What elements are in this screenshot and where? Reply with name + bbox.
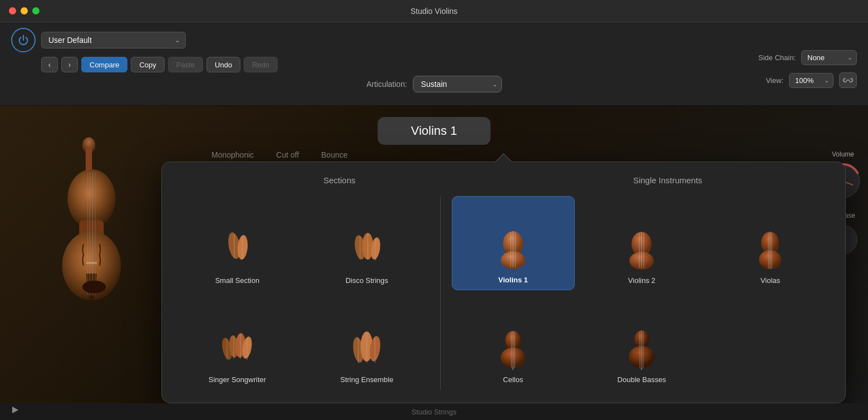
play-button[interactable] bbox=[11, 406, 22, 417]
view-area: View: 100% ⌄ bbox=[766, 72, 857, 88]
section-disco-strings[interactable]: Disco Strings bbox=[305, 196, 429, 290]
singer-songwriter-icon bbox=[215, 325, 259, 370]
string-ensemble-label: String Ensemble bbox=[341, 375, 393, 384]
preset-dropdown[interactable]: User Default bbox=[41, 32, 186, 48]
title-bar: Studio Violins bbox=[0, 0, 868, 22]
window-title: Studio Violins bbox=[411, 7, 458, 16]
tabs-area: Monophonic Cut off Bounce bbox=[167, 150, 868, 162]
cellos-label: Cellos bbox=[503, 375, 523, 384]
link-button[interactable] bbox=[839, 72, 857, 88]
violins2-icon bbox=[619, 226, 664, 271]
main-area: Violins 1 Monophonic Cut off Bounce Volu… bbox=[0, 106, 868, 420]
articulation-select[interactable]: Sustain bbox=[413, 76, 502, 92]
string-ensemble-icon bbox=[344, 325, 389, 370]
preset-wrapper[interactable]: User Default ⌄ bbox=[41, 32, 186, 48]
svg-point-10 bbox=[82, 281, 106, 294]
popup-header: Sections Single Instruments bbox=[175, 175, 832, 185]
view-label: View: bbox=[766, 76, 783, 85]
tab-monophonic[interactable]: Monophonic bbox=[211, 150, 254, 162]
violas-icon bbox=[748, 226, 792, 271]
violins2-label: Violins 2 bbox=[628, 276, 655, 285]
next-button[interactable]: › bbox=[61, 57, 78, 72]
bottom-label: Studio Strings bbox=[412, 408, 457, 416]
instrument-double-basses[interactable]: Double Basses bbox=[580, 296, 703, 390]
instrument-violas[interactable]: Violas bbox=[709, 196, 832, 290]
violas-label: Violas bbox=[761, 276, 780, 285]
instrument-violins1[interactable]: Violins 1 bbox=[452, 196, 575, 290]
close-button[interactable] bbox=[9, 7, 16, 14]
section-singer-songwriter[interactable]: Singer Songwriter bbox=[175, 296, 299, 390]
tab-cutoff[interactable]: Cut off bbox=[276, 150, 299, 162]
instruments-grid: Violins 1 bbox=[441, 196, 832, 389]
instrument-name-label: Violins 1 bbox=[411, 124, 457, 138]
svg-point-11 bbox=[89, 295, 95, 301]
bottom-bar: Studio Strings bbox=[0, 403, 868, 420]
controls-row2: ‹ › Compare Copy Paste Undo Redo bbox=[41, 57, 857, 72]
controls-area: User Default ⌄ ‹ › Compare Copy Paste Un… bbox=[0, 22, 868, 106]
minimize-button[interactable] bbox=[21, 7, 28, 14]
sections-grid: Small Section Disco Strin bbox=[175, 196, 441, 389]
tab-bounce[interactable]: Bounce bbox=[321, 150, 347, 162]
side-chain-dropdown[interactable]: None ⌄ bbox=[801, 50, 857, 65]
popup-overlay: Sections Single Instruments Small bbox=[161, 162, 846, 403]
articulation-row: Articulation: Sustain ⌄ bbox=[11, 76, 857, 92]
violins1-icon bbox=[491, 226, 535, 270]
traffic-lights bbox=[9, 7, 40, 14]
svg-point-2 bbox=[67, 169, 115, 228]
popup-pointer bbox=[496, 154, 511, 162]
cellos-icon bbox=[491, 325, 535, 370]
copy-button[interactable]: Copy bbox=[131, 57, 164, 72]
articulation-label: Articulation: bbox=[366, 80, 407, 89]
small-section-label: Small Section bbox=[215, 276, 259, 285]
view-spinner[interactable]: 100% ⌄ bbox=[789, 73, 834, 88]
redo-button[interactable]: Redo bbox=[244, 57, 278, 72]
undo-button[interactable]: Undo bbox=[206, 57, 240, 72]
instrument-name-area[interactable]: Violins 1 bbox=[378, 117, 491, 145]
sections-title: Sections bbox=[175, 175, 504, 185]
articulation-dropdown[interactable]: Sustain ⌄ bbox=[413, 76, 502, 92]
paste-button[interactable]: Paste bbox=[168, 57, 203, 72]
violins1-label: Violins 1 bbox=[499, 276, 528, 284]
double-basses-label: Double Basses bbox=[618, 375, 666, 384]
view-select[interactable]: 100% bbox=[789, 73, 834, 88]
disco-strings-icon bbox=[344, 226, 389, 271]
prev-button[interactable]: ‹ bbox=[41, 57, 58, 72]
double-basses-icon bbox=[619, 325, 664, 370]
popup-grid: Small Section Disco Strin bbox=[175, 196, 832, 389]
instruments-title: Single Instruments bbox=[504, 175, 832, 185]
instrument-cellos[interactable]: Cellos bbox=[452, 296, 575, 390]
small-section-icon bbox=[215, 226, 259, 271]
section-string-ensemble[interactable]: String Ensemble bbox=[305, 296, 429, 390]
volume-label: Volume bbox=[832, 150, 854, 158]
violin-image-area bbox=[0, 106, 167, 420]
side-chain-select[interactable]: None bbox=[801, 50, 857, 65]
section-small-section[interactable]: Small Section bbox=[175, 196, 299, 290]
disco-strings-label: Disco Strings bbox=[346, 276, 388, 285]
svg-marker-74 bbox=[12, 407, 18, 413]
controls-row1: User Default ⌄ bbox=[11, 28, 857, 52]
side-chain-area: Side Chain: None ⌄ bbox=[758, 50, 857, 65]
singer-songwriter-label: Singer Songwriter bbox=[209, 375, 266, 384]
maximize-button[interactable] bbox=[32, 7, 40, 14]
power-button[interactable] bbox=[11, 28, 36, 52]
compare-button[interactable]: Compare bbox=[81, 57, 127, 72]
side-chain-label: Side Chain: bbox=[758, 53, 796, 62]
instrument-violins2[interactable]: Violins 2 bbox=[580, 196, 703, 290]
